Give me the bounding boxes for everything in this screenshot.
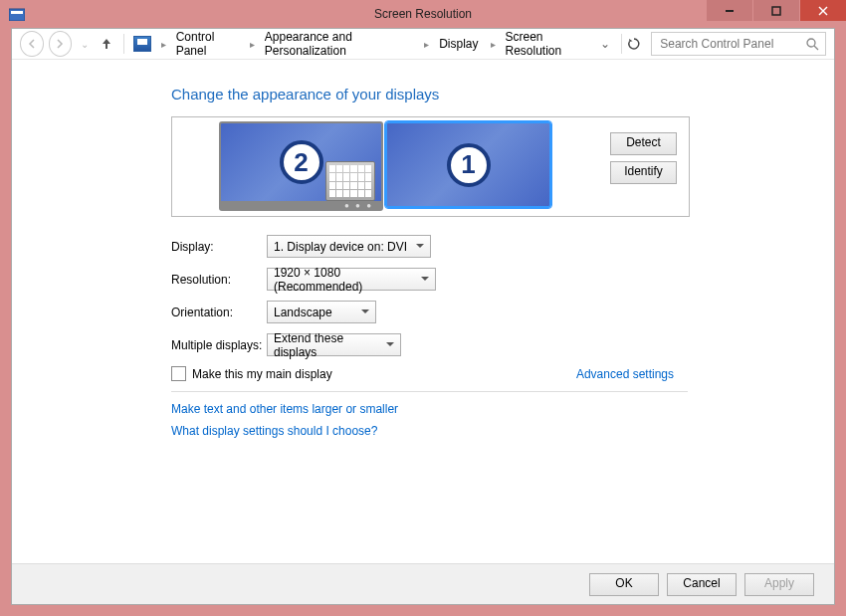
crumb-display[interactable]: Display <box>435 35 484 53</box>
chevron-right-icon: ▸ <box>487 39 500 50</box>
address-dropdown-icon[interactable]: ⌄ <box>594 37 616 51</box>
refresh-button[interactable] <box>627 37 645 51</box>
monitor-dots-icon: ● ● ● <box>344 201 373 210</box>
display-help-link[interactable]: What display settings should I choose? <box>171 424 834 438</box>
orientation-label: Orientation: <box>171 306 267 319</box>
divider <box>123 34 124 54</box>
main-display-checkbox[interactable] <box>171 366 186 381</box>
footer: OK Cancel Apply <box>12 563 834 604</box>
minimize-button[interactable] <box>707 0 752 21</box>
monitor-number: 1 <box>447 143 491 187</box>
apply-button[interactable]: Apply <box>744 573 814 596</box>
divider <box>171 391 688 392</box>
multiple-displays-label: Multiple displays: <box>171 338 267 352</box>
address-bar[interactable]: ▸ Control Panel ▸ Appearance and Persona… <box>129 28 594 60</box>
display-select[interactable]: 1. Display device on: DVI <box>267 235 431 258</box>
svg-rect-3 <box>772 7 780 15</box>
monitor-arrangement-box: 2 ● ● ● 1 Detect Identify <box>171 116 690 217</box>
crumb-appearance[interactable]: Appearance and Personalization <box>261 28 418 60</box>
crumb-control-panel[interactable]: Control Panel <box>172 28 244 60</box>
identify-button[interactable]: Identify <box>610 161 677 184</box>
ok-button[interactable]: OK <box>589 573 659 596</box>
close-button[interactable] <box>800 0 846 21</box>
back-button[interactable] <box>20 31 44 57</box>
divider <box>621 34 622 54</box>
svg-line-7 <box>814 46 818 50</box>
maximize-button[interactable] <box>753 0 799 21</box>
text-size-link[interactable]: Make text and other items larger or smal… <box>171 402 834 416</box>
chevron-right-icon: ▸ <box>246 39 259 50</box>
display-label: Display: <box>171 240 267 254</box>
search-field[interactable] <box>658 36 811 52</box>
detect-button[interactable]: Detect <box>610 132 677 155</box>
titlebar: Screen Resolution <box>0 0 846 28</box>
chevron-right-icon: ▸ <box>420 39 433 50</box>
monitor-grid-icon <box>325 161 375 201</box>
monitor-1[interactable]: 1 <box>385 121 551 208</box>
search-icon <box>806 38 819 51</box>
monitor-number: 2 <box>280 140 323 184</box>
svg-rect-0 <box>9 9 25 21</box>
search-input[interactable] <box>651 32 826 56</box>
window-icon <box>9 6 25 22</box>
toolbar: ⌄ ▸ Control Panel ▸ Appearance and Perso… <box>12 29 834 60</box>
svg-point-6 <box>807 39 815 47</box>
control-panel-icon <box>133 36 150 52</box>
multiple-displays-select[interactable]: Extend these displays <box>267 333 401 356</box>
resolution-label: Resolution: <box>171 273 267 287</box>
main-display-label: Make this my main display <box>192 367 332 381</box>
advanced-settings-link[interactable]: Advanced settings <box>576 367 674 381</box>
cancel-button[interactable]: Cancel <box>667 573 737 596</box>
monitor-2[interactable]: 2 ● ● ● <box>219 121 383 211</box>
chevron-right-icon: ▸ <box>157 39 170 50</box>
crumb-screen-resolution[interactable]: Screen Resolution <box>502 28 595 60</box>
history-dropdown-icon[interactable]: ⌄ <box>77 39 93 50</box>
forward-button[interactable] <box>49 31 73 57</box>
svg-rect-1 <box>11 11 23 14</box>
up-button[interactable] <box>99 32 114 56</box>
resolution-select[interactable]: 1920 × 1080 (Recommended) <box>267 268 436 291</box>
page-heading: Change the appearance of your displays <box>171 86 834 103</box>
orientation-select[interactable]: Landscape <box>267 301 376 323</box>
